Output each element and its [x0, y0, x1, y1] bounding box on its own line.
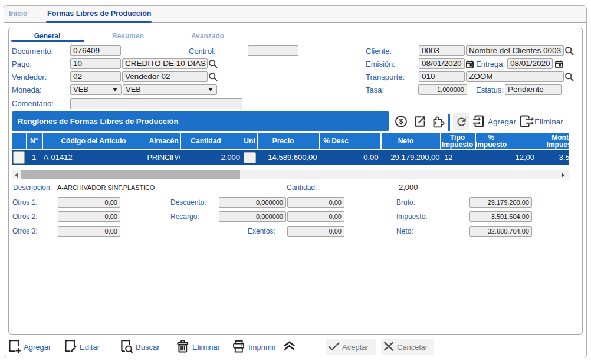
svg-text:$: $: [399, 117, 403, 126]
